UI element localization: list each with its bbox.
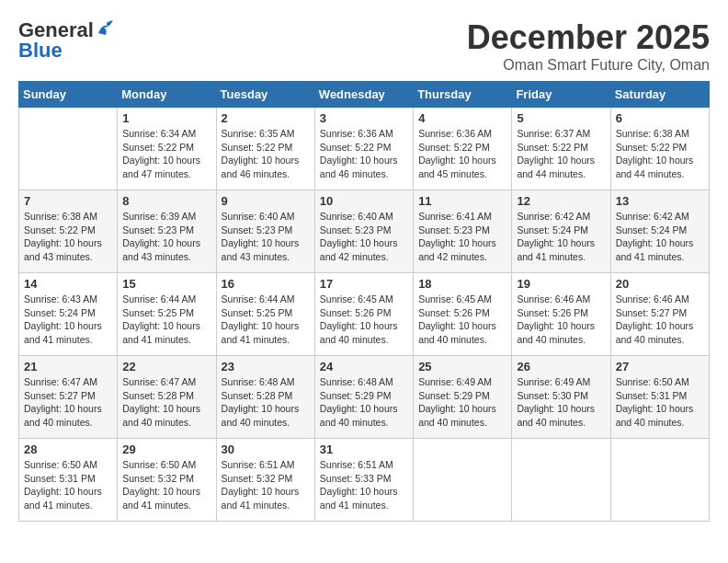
day-info: Sunrise: 6:40 AM Sunset: 5:23 PM Dayligh… <box>222 210 310 264</box>
day-number: 31 <box>320 442 408 456</box>
day-number: 4 <box>418 111 506 125</box>
day-info: Sunrise: 6:42 AM Sunset: 5:24 PM Dayligh… <box>616 210 704 264</box>
day-number: 27 <box>616 360 704 373</box>
day-number: 20 <box>616 277 704 291</box>
day-number: 10 <box>320 194 408 208</box>
day-info: Sunrise: 6:36 AM Sunset: 5:22 PM Dayligh… <box>320 127 408 181</box>
day-info: Sunrise: 6:44 AM Sunset: 5:25 PM Dayligh… <box>122 293 210 347</box>
table-row: 30Sunrise: 6:51 AM Sunset: 5:32 PM Dayli… <box>216 439 314 522</box>
day-info: Sunrise: 6:49 AM Sunset: 5:29 PM Dayligh… <box>418 375 506 430</box>
day-info: Sunrise: 6:40 AM Sunset: 5:23 PM Dayligh… <box>320 210 408 264</box>
table-row: 24Sunrise: 6:48 AM Sunset: 5:29 PM Dayli… <box>314 356 413 439</box>
table-row: 16Sunrise: 6:44 AM Sunset: 5:25 PM Dayli… <box>216 273 314 356</box>
day-number: 8 <box>122 194 210 208</box>
day-info: Sunrise: 6:50 AM Sunset: 5:32 PM Dayligh… <box>122 458 210 512</box>
calendar-table: Sunday Monday Tuesday Wednesday Thursday… <box>18 81 710 522</box>
table-row: 6Sunrise: 6:38 AM Sunset: 5:22 PM Daylig… <box>610 108 709 190</box>
day-number: 3 <box>320 111 408 125</box>
location-subtitle: Oman Smart Future City, Oman <box>467 57 710 74</box>
table-row: 28Sunrise: 6:50 AM Sunset: 5:31 PM Dayli… <box>19 439 118 522</box>
table-row: 26Sunrise: 6:49 AM Sunset: 5:30 PM Dayli… <box>512 356 610 439</box>
table-row: 2Sunrise: 6:35 AM Sunset: 5:22 PM Daylig… <box>216 108 314 190</box>
table-row: 9Sunrise: 6:40 AM Sunset: 5:23 PM Daylig… <box>216 190 314 273</box>
day-info: Sunrise: 6:43 AM Sunset: 5:24 PM Dayligh… <box>24 293 112 347</box>
table-row: 4Sunrise: 6:36 AM Sunset: 5:22 PM Daylig… <box>414 108 512 190</box>
table-row: 29Sunrise: 6:50 AM Sunset: 5:32 PM Dayli… <box>118 439 216 522</box>
day-info: Sunrise: 6:37 AM Sunset: 5:22 PM Dayligh… <box>517 127 605 181</box>
table-row: 1Sunrise: 6:34 AM Sunset: 5:22 PM Daylig… <box>118 108 216 190</box>
day-info: Sunrise: 6:50 AM Sunset: 5:31 PM Dayligh… <box>616 375 704 430</box>
table-row: 14Sunrise: 6:43 AM Sunset: 5:24 PM Dayli… <box>19 273 118 356</box>
day-number: 7 <box>24 194 112 208</box>
table-row: 27Sunrise: 6:50 AM Sunset: 5:31 PM Dayli… <box>610 356 709 439</box>
header-wednesday: Wednesday <box>314 82 413 108</box>
day-number: 19 <box>517 277 605 291</box>
table-row: 13Sunrise: 6:42 AM Sunset: 5:24 PM Dayli… <box>610 190 709 273</box>
table-row <box>414 439 512 522</box>
day-info: Sunrise: 6:47 AM Sunset: 5:28 PM Dayligh… <box>122 375 210 430</box>
title-block: December 2025 Oman Smart Future City, Om… <box>467 18 710 74</box>
table-row: 23Sunrise: 6:48 AM Sunset: 5:28 PM Dayli… <box>216 356 314 439</box>
day-info: Sunrise: 6:35 AM Sunset: 5:22 PM Dayligh… <box>222 127 310 181</box>
header-monday: Monday <box>118 82 216 108</box>
day-info: Sunrise: 6:50 AM Sunset: 5:31 PM Dayligh… <box>24 458 112 512</box>
calendar-header-row: Sunday Monday Tuesday Wednesday Thursday… <box>19 82 710 108</box>
day-number: 14 <box>24 277 112 291</box>
day-number: 12 <box>517 194 605 208</box>
table-row: 21Sunrise: 6:47 AM Sunset: 5:27 PM Dayli… <box>19 356 118 439</box>
day-number: 16 <box>222 277 310 291</box>
month-title: December 2025 <box>467 18 710 57</box>
table-row: 25Sunrise: 6:49 AM Sunset: 5:29 PM Dayli… <box>414 356 512 439</box>
table-row: 18Sunrise: 6:45 AM Sunset: 5:26 PM Dayli… <box>414 273 512 356</box>
day-number: 17 <box>320 277 408 291</box>
day-number: 22 <box>122 360 210 373</box>
day-number: 18 <box>418 277 506 291</box>
day-number: 13 <box>616 194 704 208</box>
table-row: 20Sunrise: 6:46 AM Sunset: 5:27 PM Dayli… <box>610 273 709 356</box>
day-info: Sunrise: 6:45 AM Sunset: 5:26 PM Dayligh… <box>320 293 408 347</box>
table-row: 10Sunrise: 6:40 AM Sunset: 5:23 PM Dayli… <box>314 190 413 273</box>
day-number: 9 <box>222 194 310 208</box>
header-tuesday: Tuesday <box>216 82 314 108</box>
table-row <box>512 439 610 522</box>
day-info: Sunrise: 6:44 AM Sunset: 5:25 PM Dayligh… <box>222 293 310 347</box>
day-number: 24 <box>320 360 408 373</box>
header-sunday: Sunday <box>19 82 118 108</box>
day-info: Sunrise: 6:46 AM Sunset: 5:27 PM Dayligh… <box>616 293 704 347</box>
day-info: Sunrise: 6:47 AM Sunset: 5:27 PM Dayligh… <box>24 375 112 430</box>
day-info: Sunrise: 6:41 AM Sunset: 5:23 PM Dayligh… <box>418 210 506 264</box>
day-number: 6 <box>616 111 704 125</box>
header-saturday: Saturday <box>610 82 709 108</box>
day-info: Sunrise: 6:45 AM Sunset: 5:26 PM Dayligh… <box>418 293 506 347</box>
day-number: 25 <box>418 360 506 373</box>
header-friday: Friday <box>512 82 610 108</box>
table-row: 12Sunrise: 6:42 AM Sunset: 5:24 PM Dayli… <box>512 190 610 273</box>
table-row: 17Sunrise: 6:45 AM Sunset: 5:26 PM Dayli… <box>314 273 413 356</box>
day-number: 30 <box>222 442 310 456</box>
day-info: Sunrise: 6:46 AM Sunset: 5:26 PM Dayligh… <box>517 293 605 347</box>
day-number: 15 <box>122 277 210 291</box>
day-info: Sunrise: 6:49 AM Sunset: 5:30 PM Dayligh… <box>517 375 605 430</box>
table-row: 31Sunrise: 6:51 AM Sunset: 5:33 PM Dayli… <box>314 439 413 522</box>
day-number: 21 <box>24 360 112 373</box>
day-number: 1 <box>122 111 210 125</box>
day-info: Sunrise: 6:39 AM Sunset: 5:23 PM Dayligh… <box>122 210 210 264</box>
header-thursday: Thursday <box>414 82 512 108</box>
day-number: 2 <box>222 111 310 125</box>
day-number: 5 <box>517 111 605 125</box>
table-row: 22Sunrise: 6:47 AM Sunset: 5:28 PM Dayli… <box>118 356 216 439</box>
day-info: Sunrise: 6:38 AM Sunset: 5:22 PM Dayligh… <box>616 127 704 181</box>
table-row: 7Sunrise: 6:38 AM Sunset: 5:22 PM Daylig… <box>19 190 118 273</box>
day-info: Sunrise: 6:34 AM Sunset: 5:22 PM Dayligh… <box>122 127 210 181</box>
table-row: 19Sunrise: 6:46 AM Sunset: 5:26 PM Dayli… <box>512 273 610 356</box>
logo: General Blue <box>18 18 115 63</box>
day-info: Sunrise: 6:48 AM Sunset: 5:29 PM Dayligh… <box>320 375 408 430</box>
table-row: 11Sunrise: 6:41 AM Sunset: 5:23 PM Dayli… <box>414 190 512 273</box>
day-number: 23 <box>222 360 310 373</box>
page-header: General Blue December 2025 Oman Smart Fu… <box>18 18 710 74</box>
day-info: Sunrise: 6:38 AM Sunset: 5:22 PM Dayligh… <box>24 210 112 264</box>
table-row <box>610 439 709 522</box>
day-info: Sunrise: 6:36 AM Sunset: 5:22 PM Dayligh… <box>418 127 506 181</box>
day-info: Sunrise: 6:42 AM Sunset: 5:24 PM Dayligh… <box>517 210 605 264</box>
logo-blue: Blue <box>18 39 63 63</box>
